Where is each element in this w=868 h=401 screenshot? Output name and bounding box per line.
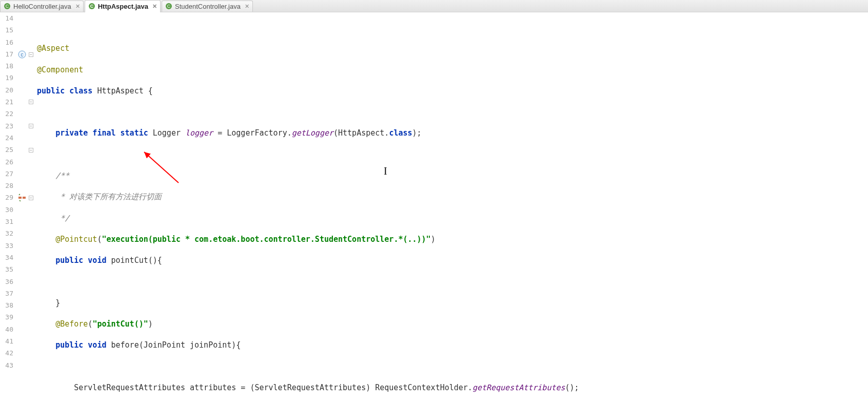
- annotation: @Aspect: [37, 44, 69, 53]
- line-number: 32: [0, 227, 13, 239]
- code-editor[interactable]: 1415161718192021222324252627282930313233…: [0, 12, 868, 401]
- class-icon: C: [4, 3, 11, 10]
- svg-text:c: c: [21, 52, 24, 58]
- keyword: private final static: [55, 128, 153, 138]
- line-number: 36: [0, 276, 13, 288]
- line-number: 20: [0, 84, 13, 96]
- line-number: 23: [0, 120, 13, 132]
- text: );: [412, 128, 422, 138]
- close-icon[interactable]: ✕: [245, 3, 249, 10]
- svg-rect-8: [18, 197, 22, 199]
- static-method: getRequestAttributes: [472, 383, 565, 392]
- line-number: 37: [0, 288, 13, 299]
- code-line[interactable]: public void before(JoinPoint joinPoint){: [37, 339, 868, 351]
- text: ): [148, 319, 153, 329]
- line-number: 40: [0, 323, 13, 335]
- tab-http-aspect[interactable]: C HttpAspect.java ✕: [85, 0, 161, 12]
- text: (HttpAspect.: [333, 128, 389, 138]
- line-number: 21: [0, 96, 13, 108]
- type: Logger: [153, 128, 185, 138]
- code-line[interactable]: }: [37, 297, 868, 309]
- line-number-gutter: 1415161718192021222324252627282930313233…: [0, 12, 16, 401]
- tab-hello-controller[interactable]: C HelloController.java ✕: [0, 1, 84, 12]
- fold-marker[interactable]: −: [29, 52, 33, 57]
- line-number: 42: [0, 347, 13, 359]
- code-line[interactable]: /**: [37, 170, 868, 182]
- code-line[interactable]: [37, 276, 868, 288]
- text: = LoggerFactory.: [213, 128, 292, 138]
- line-number: 38: [0, 299, 13, 311]
- keyword: class: [389, 128, 412, 138]
- code-line[interactable]: [37, 149, 868, 161]
- fold-marker[interactable]: −: [29, 196, 33, 200]
- close-icon[interactable]: ✕: [152, 3, 157, 10]
- fold-column: − − − − −: [28, 12, 35, 401]
- code-line[interactable]: [37, 106, 868, 118]
- code-line[interactable]: @Aspect: [37, 43, 868, 54]
- close-icon[interactable]: ✕: [75, 3, 80, 10]
- line-number: 29: [0, 192, 13, 203]
- annotation: @Component: [37, 65, 83, 74]
- line-number: 24: [0, 132, 13, 144]
- text: ): [431, 235, 436, 244]
- svg-text:C: C: [167, 4, 171, 9]
- identifier: pointCut(){: [111, 256, 162, 265]
- tab-label: HttpAspect.java: [98, 3, 148, 10]
- line-number: 39: [0, 311, 13, 323]
- comment: /**: [55, 171, 69, 180]
- svg-text:C: C: [90, 4, 93, 9]
- line-number: 18: [0, 60, 13, 72]
- mouse-text-cursor-icon: I: [384, 165, 387, 177]
- tab-student-controller[interactable]: C StudentController.java ✕: [162, 1, 253, 12]
- line-number: 34: [0, 252, 13, 263]
- code-line[interactable]: public void pointCut(){: [37, 255, 868, 266]
- code-line[interactable]: private final static Logger logger = Log…: [37, 127, 868, 139]
- code-line[interactable]: @Pointcut("execution(public * com.etoak.…: [37, 234, 868, 245]
- line-number: 22: [0, 108, 13, 120]
- identifier: HttpAspect {: [97, 86, 152, 96]
- text: ServletRequestAttributes attributes = (S…: [74, 383, 472, 392]
- annotation: @Before: [55, 319, 88, 329]
- line-number: 30: [0, 204, 13, 216]
- line-number: 26: [0, 156, 13, 168]
- line-number: 25: [0, 144, 13, 156]
- line-number: 19: [0, 72, 13, 84]
- line-number: 16: [0, 36, 13, 48]
- line-number: 33: [0, 240, 13, 252]
- line-number: 27: [0, 168, 13, 180]
- aop-gutter-icon[interactable]: [18, 194, 26, 202]
- code-line[interactable]: @Before("pointCut()"): [37, 318, 868, 330]
- class-gutter-icon[interactable]: c: [18, 50, 26, 59]
- text: }: [55, 298, 60, 308]
- fold-marker[interactable]: −: [29, 124, 33, 128]
- comment: */: [55, 214, 69, 223]
- code-line[interactable]: [37, 361, 868, 373]
- svg-text:C: C: [6, 4, 9, 9]
- code-line[interactable]: [37, 22, 868, 33]
- class-icon: C: [165, 3, 172, 10]
- line-number: 28: [0, 180, 13, 192]
- code-line[interactable]: * 对该类下所有方法进行切面: [37, 191, 868, 203]
- field: logger: [185, 128, 213, 138]
- code-line[interactable]: ServletRequestAttributes attributes = (S…: [37, 382, 868, 394]
- static-method: getLogger: [292, 128, 333, 138]
- line-number: 15: [0, 24, 13, 36]
- editor-tab-bar: C HelloController.java ✕ C HttpAspect.ja…: [0, 0, 868, 12]
- fold-marker[interactable]: −: [29, 148, 33, 152]
- string: "execution(public * com.etoak.boot.contr…: [102, 235, 430, 244]
- keyword: public void: [55, 340, 111, 350]
- line-number: 14: [0, 12, 13, 24]
- code-line[interactable]: */: [37, 213, 868, 224]
- line-number: 41: [0, 335, 13, 347]
- code-line[interactable]: public class HttpAspect {: [37, 85, 868, 97]
- fold-marker[interactable]: −: [29, 100, 33, 104]
- line-number: 35: [0, 263, 13, 275]
- string: "pointCut()": [92, 319, 148, 329]
- code-area[interactable]: @Aspect @Component public class HttpAspe…: [35, 12, 868, 401]
- line-number: 43: [0, 359, 13, 371]
- text: ();: [565, 383, 579, 392]
- tab-label: StudentController.java: [175, 3, 241, 10]
- keyword: public void: [55, 256, 111, 265]
- identifier: before(JoinPoint joinPoint){: [111, 340, 241, 350]
- code-line[interactable]: @Component: [37, 64, 868, 76]
